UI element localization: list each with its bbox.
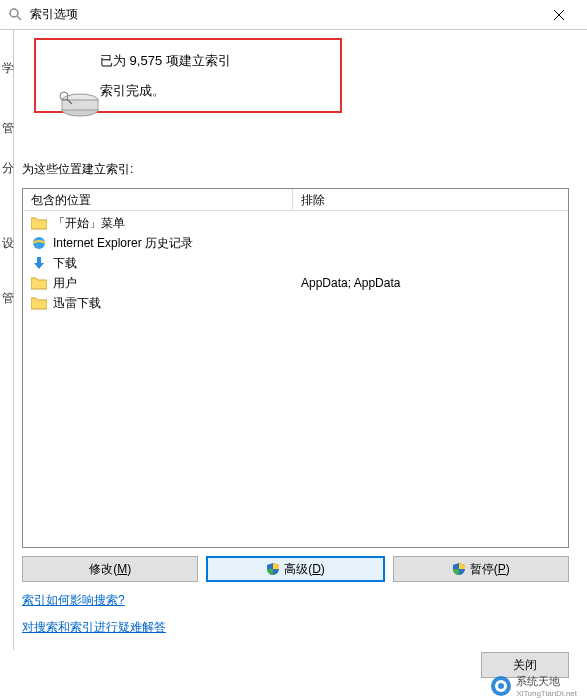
watermark-logo-icon	[490, 675, 512, 697]
shield-icon	[452, 562, 466, 576]
list-item-label: 用户	[53, 275, 77, 292]
list-item[interactable]: Internet Explorer 历史记录	[23, 233, 568, 253]
folder-icon	[31, 215, 47, 231]
watermark: 系统天地 XiTongTianDi.net	[490, 674, 577, 698]
watermark-name: 系统天地	[516, 675, 560, 687]
close-button[interactable]	[539, 1, 579, 29]
folder-icon	[31, 275, 47, 291]
help-links: 索引如何影响搜索? 对搜索和索引进行疑难解答	[22, 592, 569, 636]
svg-point-13	[498, 683, 504, 689]
list-item[interactable]: 用户 AppData; AppData	[23, 273, 568, 293]
watermark-url: XiTongTianDi.net	[516, 689, 577, 698]
advanced-button[interactable]: 高级(D)	[206, 556, 384, 582]
svg-point-0	[10, 9, 18, 17]
indexing-complete-text: 索引完成。	[100, 82, 330, 100]
window-title: 索引选项	[30, 6, 539, 23]
list-item-label: 「开始」菜单	[53, 215, 125, 232]
list-item[interactable]: 「开始」菜单	[23, 213, 568, 233]
list-header: 包含的位置 排除	[23, 189, 568, 211]
svg-line-1	[17, 16, 21, 20]
list-item-label: 迅雷下载	[53, 295, 101, 312]
pause-button[interactable]: 暂停(P)	[393, 556, 569, 582]
left-cropped-region: 学 管 分 设 管	[0, 30, 14, 650]
shield-icon	[266, 562, 280, 576]
svg-rect-10	[37, 257, 41, 264]
link-troubleshoot-search[interactable]: 对搜索和索引进行疑难解答	[22, 619, 569, 636]
list-item[interactable]: 下载	[23, 253, 568, 273]
link-how-indexing-affects[interactable]: 索引如何影响搜索?	[22, 592, 569, 609]
column-included[interactable]: 包含的位置	[23, 189, 293, 210]
locations-list: 包含的位置 排除 「开始」菜单	[22, 188, 569, 548]
locations-label: 为这些位置建立索引:	[22, 161, 569, 178]
action-buttons: 修改(M) 高级(D) 暂停(P)	[22, 556, 569, 582]
titlebar: 索引选项	[0, 0, 587, 30]
list-item[interactable]: 迅雷下载	[23, 293, 568, 313]
list-item-excluded: AppData; AppData	[293, 276, 568, 290]
download-arrow-icon	[31, 255, 47, 271]
modify-button-label: 修改(M)	[89, 561, 131, 578]
indexing-options-icon	[8, 7, 24, 23]
ie-icon	[31, 235, 47, 251]
svg-rect-6	[62, 100, 98, 110]
list-item-label: 下载	[53, 255, 77, 272]
advanced-button-label: 高级(D)	[284, 561, 325, 578]
column-excluded[interactable]: 排除	[293, 189, 568, 210]
drive-icon	[58, 90, 102, 125]
folder-icon	[31, 295, 47, 311]
indexed-count-text: 已为 9,575 项建立索引	[100, 52, 330, 70]
list-body: 「开始」菜单 Internet Explorer 历史记录	[23, 211, 568, 547]
pause-button-label: 暂停(P)	[470, 561, 510, 578]
list-item-label: Internet Explorer 历史记录	[53, 235, 193, 252]
close-icon	[554, 10, 564, 20]
modify-button[interactable]: 修改(M)	[22, 556, 198, 582]
